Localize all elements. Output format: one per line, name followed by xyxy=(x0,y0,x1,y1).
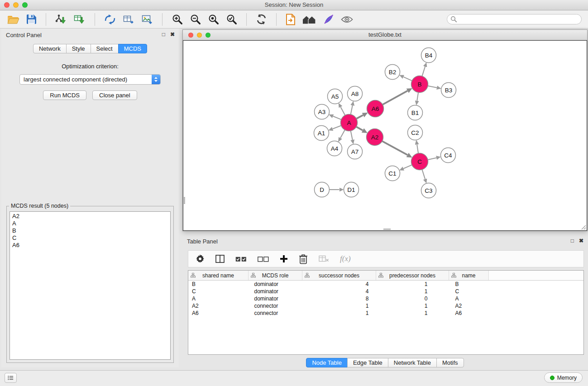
zoom-out-button[interactable] xyxy=(189,13,202,26)
task-history-button[interactable] xyxy=(5,373,17,383)
graph-edge-A6-B[interactable] xyxy=(382,91,407,105)
result-item[interactable]: A6 xyxy=(10,242,170,249)
float-table-panel-icon[interactable]: □ xyxy=(571,238,574,244)
graph-edge-B-B1[interactable] xyxy=(417,92,418,101)
tab-mcds[interactable]: MCDS xyxy=(118,44,147,53)
table-cell[interactable]: dominator xyxy=(249,288,302,295)
tab-network-table[interactable]: Network Table xyxy=(388,358,437,367)
export-image-button[interactable] xyxy=(140,13,154,26)
table-row[interactable]: Adominator80A xyxy=(188,295,583,302)
graph-edge-A-A4[interactable] xyxy=(340,130,345,138)
graph-edge-B-B2[interactable] xyxy=(403,77,412,81)
memory-button[interactable]: Memory xyxy=(544,372,583,383)
graph-edge-A-A6[interactable] xyxy=(356,115,363,119)
result-item[interactable]: A xyxy=(10,220,170,227)
table-cell[interactable]: C xyxy=(188,288,249,295)
network-graph[interactable]: B4B2BB3A5A8A6B1A3AC2A1A2A4A7C4CC1C3DD1 xyxy=(183,41,587,230)
delete-column-button[interactable] xyxy=(298,253,309,265)
column-header-shared-name[interactable]: shared name xyxy=(188,271,249,281)
graph-edge-C-C4[interactable] xyxy=(428,158,436,160)
close-window-button[interactable] xyxy=(4,2,10,8)
unselect-all-button[interactable] xyxy=(257,255,270,263)
table-cell[interactable]: 1 xyxy=(376,302,449,310)
table-cell[interactable]: B xyxy=(188,281,249,288)
table-cell[interactable]: connector xyxy=(249,310,302,317)
table-cell[interactable]: 4 xyxy=(302,288,376,295)
graph-edge-C-C2[interactable] xyxy=(417,144,418,153)
table-row[interactable]: Bdominator41B xyxy=(188,281,583,288)
horizontal-scrollbar[interactable] xyxy=(383,229,391,230)
table-row[interactable]: A2connector11A2 xyxy=(188,302,583,310)
close-panel-icon[interactable]: ✖ xyxy=(170,31,175,38)
close-panel-button[interactable]: Close panel xyxy=(92,91,137,100)
graph-edge-A-A1[interactable] xyxy=(333,126,341,129)
add-column-button[interactable] xyxy=(279,254,289,264)
table-cell[interactable]: A xyxy=(188,295,249,302)
import-network-button[interactable] xyxy=(54,13,68,26)
table-cell[interactable]: 0 xyxy=(376,295,449,302)
graph-edge-A2-C[interactable] xyxy=(382,141,407,155)
table-cell[interactable]: 4 xyxy=(302,281,376,288)
float-panel-icon[interactable]: □ xyxy=(162,31,165,38)
show-columns-button[interactable] xyxy=(215,254,225,264)
tab-select[interactable]: Select xyxy=(91,44,119,53)
close-table-panel-icon[interactable]: ✖ xyxy=(579,238,583,244)
import-table-button[interactable] xyxy=(73,13,86,26)
table-cell[interactable]: connector xyxy=(249,302,302,310)
network-canvas[interactable]: B4B2BB3A5A8A6B1A3AC2A1A2A4A7C4CC1C3DD1 xyxy=(183,40,587,231)
style-preview-button[interactable] xyxy=(322,13,335,26)
column-header-predecessor-nodes[interactable]: predecessor nodes xyxy=(376,271,449,281)
table-cell[interactable]: C xyxy=(449,288,489,295)
open-document-button[interactable] xyxy=(285,13,296,26)
table-cell[interactable]: 1 xyxy=(376,281,449,288)
close-network-button[interactable] xyxy=(188,33,193,38)
graph-edge-B-B3[interactable] xyxy=(428,86,437,88)
table-row[interactable]: Cdominator41C xyxy=(188,288,583,295)
result-item[interactable]: C xyxy=(10,234,170,242)
graph-edge-A-A5[interactable] xyxy=(341,107,345,115)
table-cell[interactable]: 1 xyxy=(376,288,449,295)
column-header-name[interactable]: name xyxy=(449,271,489,281)
tab-edge-table[interactable]: Edge Table xyxy=(347,358,388,367)
home-button[interactable] xyxy=(301,14,317,25)
zoom-selected-button[interactable] xyxy=(225,13,238,26)
table-cell[interactable]: A2 xyxy=(188,302,249,310)
tab-style[interactable]: Style xyxy=(66,44,91,53)
column-header-MCDS-role[interactable]: MCDS role xyxy=(249,271,302,281)
show-graphics-details-button[interactable] xyxy=(340,14,354,24)
criterion-dropdown[interactable]: largest connected component (directed) xyxy=(19,74,161,85)
run-mcds-button[interactable]: Run MCDS xyxy=(43,91,86,100)
graph-edge-A-A8[interactable] xyxy=(351,105,353,114)
zoom-in-button[interactable] xyxy=(171,13,184,26)
function-builder-button[interactable]: f(x) xyxy=(339,253,352,264)
zoom-fit-button[interactable] xyxy=(207,13,220,26)
table-cell[interactable]: A xyxy=(449,295,489,302)
vertical-scrollbar[interactable] xyxy=(184,197,185,204)
tab-network[interactable]: Network xyxy=(33,44,67,53)
graph-edge-C-C1[interactable] xyxy=(403,165,412,168)
table-cell[interactable]: dominator xyxy=(249,295,302,302)
table-settings-button[interactable] xyxy=(195,253,206,264)
table-cell[interactable]: 1 xyxy=(302,302,376,310)
zoom-window-button[interactable] xyxy=(22,2,28,8)
table-cell[interactable]: 1 xyxy=(302,310,376,317)
table-cell[interactable]: 1 xyxy=(376,310,449,317)
tab-motifs[interactable]: Motifs xyxy=(436,358,464,367)
table-cell[interactable]: dominator xyxy=(249,281,302,288)
export-table-button[interactable] xyxy=(122,13,135,26)
minimize-network-button[interactable] xyxy=(197,33,202,38)
minimize-window-button[interactable] xyxy=(13,2,19,8)
graph-edge-B-B4[interactable] xyxy=(422,67,425,76)
zoom-network-button[interactable] xyxy=(206,33,210,38)
open-session-button[interactable] xyxy=(6,14,20,25)
table-cell[interactable]: A6 xyxy=(188,310,249,317)
graph-edge-C-C3[interactable] xyxy=(422,170,425,179)
table-cell[interactable]: 8 xyxy=(302,295,376,302)
table-cell[interactable]: A6 xyxy=(449,310,489,317)
delete-table-button[interactable] xyxy=(318,254,330,263)
new-network-button[interactable] xyxy=(103,13,117,26)
table-cell[interactable]: A2 xyxy=(449,302,489,310)
resize-grip-icon[interactable] xyxy=(581,224,586,230)
graph-edge-A-A7[interactable] xyxy=(351,131,353,140)
graph-edge-A-A2[interactable] xyxy=(356,127,363,130)
